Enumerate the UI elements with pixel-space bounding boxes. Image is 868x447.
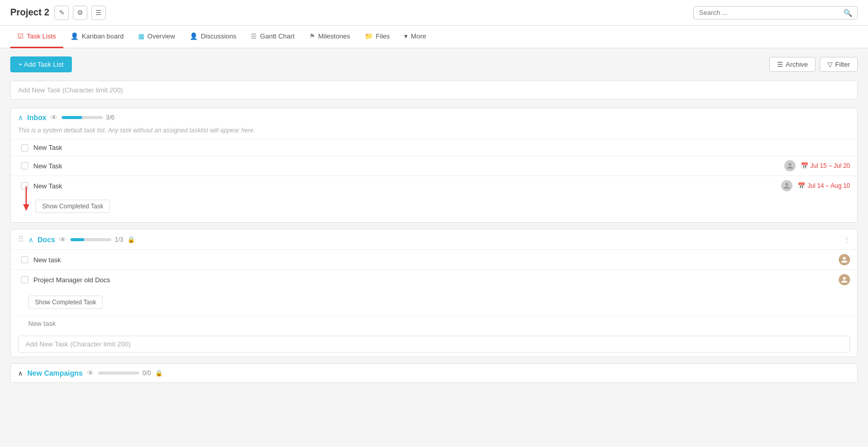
tab-milestones-label: Milestones [318, 32, 350, 40]
global-add-task-input[interactable]: Add New Task (Character limit 200) [10, 81, 858, 100]
edit-button[interactable]: ✎ [54, 6, 69, 20]
task-name-3[interactable]: New Task [33, 182, 776, 190]
docs-collapse-icon[interactable]: ∧ [28, 236, 33, 244]
kanban-icon: 👤 [70, 32, 79, 40]
table-row: New Task 📅 Jul 14 – Aug 10 [11, 176, 857, 196]
calendar-icon-3: 📅 [798, 182, 805, 189]
campaigns-progress: 0/0 [98, 370, 151, 377]
task-date-3: 📅 Jul 14 – Aug 10 [798, 182, 850, 189]
docs-task-checkbox-2[interactable] [21, 276, 28, 283]
docs-task-name-1[interactable]: New task [33, 256, 834, 264]
archive-button[interactable]: ☰ Archive [769, 57, 816, 72]
docs-progress-bar [70, 238, 111, 241]
show-completed-wrapper: Show Completed Task [11, 196, 857, 217]
docs-add-task-placeholder: Add New Task (Character limit 200) [26, 340, 130, 348]
show-completed-button-inbox[interactable]: Show Completed Task [35, 200, 110, 213]
task-date-2: 📅 Jul 15 – Jul 20 [801, 162, 850, 169]
show-completed-label-docs: Show Completed Task [35, 299, 96, 306]
docs-icon: ☰ [96, 9, 102, 16]
discussions-icon: 👤 [190, 32, 198, 40]
task-name-2[interactable]: New Task [33, 162, 779, 170]
add-task-list-button[interactable]: + Add Task List [10, 56, 72, 72]
campaigns-visibility-icon[interactable]: 👁 [87, 369, 94, 377]
table-row: New Task [11, 139, 857, 156]
top-header: Project 2 ✎ ⚙ ☰ 🔍 [0, 0, 868, 26]
docs-progress-text: 1/3 [115, 236, 123, 243]
tab-overview[interactable]: ▦ Overview [131, 26, 182, 48]
inbox-progress-bar [62, 116, 103, 119]
campaigns-title[interactable]: New Campaigns [27, 369, 83, 377]
inbox-title[interactable]: Inbox [27, 113, 46, 122]
search-icon: 🔍 [843, 9, 852, 17]
tab-kanban-label: Kanban board [82, 32, 124, 40]
campaigns-lock-icon: 🔒 [155, 370, 163, 377]
archive-label: Archive [786, 61, 808, 68]
search-box: 🔍 [693, 6, 858, 20]
new-task-button[interactable]: New task [11, 315, 857, 332]
inbox-progress-text: 3/6 [106, 114, 115, 121]
search-input[interactable] [699, 9, 843, 16]
task-lists-icon: ☑ [17, 32, 24, 40]
overview-icon: ▦ [138, 32, 144, 40]
archive-icon: ☰ [777, 61, 783, 68]
table-row: New task [11, 249, 857, 269]
main-content: + Add Task List ☰ Archive ▽ Filter Add N… [0, 48, 868, 447]
task-checkbox-2[interactable] [21, 162, 28, 169]
inbox-section: ∧ Inbox 👁 3/6 This is a system default t… [10, 108, 858, 223]
new-task-label: New task [28, 320, 55, 327]
task-checkbox-1[interactable] [21, 144, 28, 151]
docs-menu-icon[interactable]: ⋮ [843, 236, 850, 243]
docs-section: ⠿ ∧ Docs 👁 1/3 🔒 ⋮ New task Project [10, 229, 858, 357]
docs-lock-icon: 🔒 [127, 236, 135, 243]
campaigns-progress-bar [98, 372, 139, 375]
tab-overview-label: Overview [147, 32, 175, 40]
tab-gantt-chart[interactable]: ☰ Gantt Chart [243, 26, 301, 48]
tab-milestones[interactable]: ⚑ Milestones [302, 26, 357, 48]
tab-more[interactable]: ▾ More [397, 26, 433, 48]
show-completed-button-docs[interactable]: Show Completed Task [28, 296, 103, 309]
tab-task-lists[interactable]: ☑ Task Lists [10, 26, 63, 48]
toolbar: + Add Task List ☰ Archive ▽ Filter [10, 56, 858, 72]
docs-visibility-icon[interactable]: 👁 [59, 236, 66, 244]
svg-marker-1 [23, 204, 29, 211]
edit-icon: ✎ [59, 9, 65, 16]
docs-drag-handle[interactable]: ⠿ [18, 235, 24, 244]
docs-add-task-input[interactable]: Add New Task (Character limit 200) [18, 336, 850, 353]
new-campaigns-header: ∧ New Campaigns 👁 0/0 🔒 [11, 364, 857, 382]
task-name-1[interactable]: New Task [33, 144, 850, 151]
docs-task-name-2[interactable]: Project Manager old Docs [33, 276, 834, 284]
settings-button[interactable]: ⚙ [73, 6, 87, 20]
tab-more-label: More [411, 32, 426, 40]
filter-button[interactable]: ▽ Filter [820, 57, 858, 72]
red-arrow-indicator [16, 186, 30, 213]
tab-kanban-board[interactable]: 👤 Kanban board [63, 26, 131, 48]
filter-label: Filter [835, 61, 850, 68]
inbox-progress: 3/6 [62, 114, 115, 121]
header-left: Project 2 ✎ ⚙ ☰ [10, 6, 106, 20]
tab-task-lists-label: Task Lists [27, 32, 56, 40]
docs-avatar-1 [839, 254, 850, 265]
campaigns-collapse-icon[interactable]: ∧ [18, 370, 23, 377]
tab-discussions[interactable]: 👤 Discussions [182, 26, 243, 48]
calendar-icon-2: 📅 [801, 162, 808, 169]
docs-button[interactable]: ☰ [91, 6, 106, 20]
docs-header: ⠿ ∧ Docs 👁 1/3 🔒 ⋮ [11, 229, 857, 249]
show-completed-label-inbox: Show Completed Task [42, 203, 103, 210]
chevron-down-icon: ▾ [404, 32, 408, 40]
project-title: Project 2 [10, 7, 49, 18]
header-icons: ✎ ⚙ ☰ [54, 6, 106, 20]
avatar-3 [781, 180, 792, 191]
global-add-task-placeholder: Add New Task (Character limit 200) [18, 86, 123, 94]
gantt-icon: ☰ [251, 32, 257, 40]
inbox-visibility-icon[interactable]: 👁 [50, 113, 58, 122]
table-row: New Task 📅 Jul 15 – Jul 20 [11, 156, 857, 176]
inbox-description: This is a system default task list. Any … [11, 127, 857, 139]
docs-title[interactable]: Docs [37, 236, 55, 244]
table-row: Project Manager old Docs [11, 269, 857, 289]
docs-progress-fill [70, 238, 84, 241]
add-task-list-label: + Add Task List [18, 61, 64, 68]
inbox-collapse-icon[interactable]: ∧ [18, 113, 23, 122]
inbox-progress-fill [62, 116, 82, 119]
docs-task-checkbox-1[interactable] [21, 256, 28, 263]
tab-files[interactable]: 📁 Files [357, 26, 397, 48]
